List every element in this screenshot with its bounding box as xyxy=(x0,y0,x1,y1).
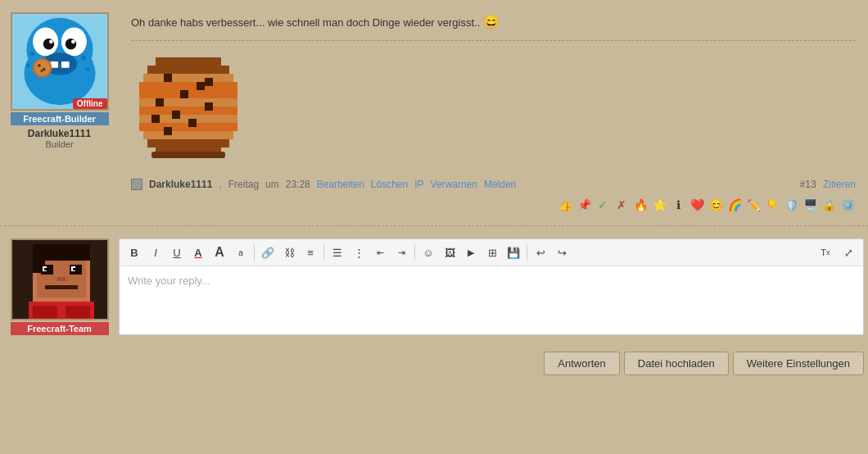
toolbar-indent[interactable]: ⇥ xyxy=(391,243,411,262)
post-number: #13 Zitieren xyxy=(800,179,856,190)
ip-link[interactable]: IP xyxy=(414,179,423,190)
offline-badge: Offline xyxy=(73,98,107,109)
svg-point-20 xyxy=(81,55,86,60)
svg-rect-44 xyxy=(151,115,160,123)
toolbar-sep-2 xyxy=(323,244,324,261)
post-separator xyxy=(131,40,856,41)
toolbar-underline[interactable]: U xyxy=(167,243,187,262)
svg-point-15 xyxy=(34,60,50,75)
toolbar-outdent[interactable]: ⇤ xyxy=(370,243,390,262)
svg-rect-32 xyxy=(143,131,233,139)
svg-rect-28 xyxy=(139,98,237,107)
svg-rect-25 xyxy=(143,74,233,82)
post-icon xyxy=(131,179,142,190)
reply-avatar-wrapper xyxy=(11,238,109,320)
toolbar-video[interactable]: ▶ xyxy=(461,243,481,262)
svg-rect-29 xyxy=(139,107,237,115)
warn-link[interactable]: Verwarnen xyxy=(431,179,477,190)
reaction-fire[interactable]: 🔥 xyxy=(632,197,649,213)
reaction-icons-row: 👍 📌 ✓ ✗ 🔥 ⭐ ℹ ❤️ 😊 🌈 ✏️ 👇 🛡️ 🖥️ 🔒 ⚙️ xyxy=(131,197,856,213)
user-role-bar: Freecraft-Builder xyxy=(11,112,109,125)
reaction-monitor[interactable]: 🖥️ xyxy=(802,197,818,213)
toolbar-save[interactable]: 💾 xyxy=(504,243,523,262)
toolbar-undo[interactable]: ↩ xyxy=(531,243,550,262)
svg-rect-61 xyxy=(66,306,90,318)
toolbar-bold[interactable]: B xyxy=(124,243,144,262)
report-link[interactable]: Melden xyxy=(484,179,516,190)
settings-button[interactable]: Weitere Einstellungen xyxy=(733,352,864,375)
reply-editor[interactable]: B I U A A a 🔗 ⛓ ≡ ☰ ⋮ ⇤ ⇥ xyxy=(119,238,864,335)
reaction-pencil[interactable]: ✏️ xyxy=(745,197,762,213)
svg-rect-58 xyxy=(45,285,78,289)
svg-rect-37 xyxy=(180,90,188,98)
toolbar-font-color[interactable]: A xyxy=(188,243,208,262)
post-text: Oh danke habs verbessert... wie schnell … xyxy=(131,12,856,32)
toolbar-link[interactable]: 🔗 xyxy=(258,243,278,262)
toolbar-sep-3 xyxy=(414,244,415,261)
edit-link[interactable]: Bearbeiten xyxy=(317,179,364,190)
toolbar-unlink[interactable]: ⛓ xyxy=(279,243,299,262)
post-meta-day-label: Freitag xyxy=(228,179,259,190)
reaction-lock[interactable]: 🔒 xyxy=(821,197,837,213)
post-meta-day: , xyxy=(219,179,221,190)
svg-point-16 xyxy=(37,64,40,67)
avatar-image xyxy=(11,12,109,111)
toolbar-format-clear[interactable]: Tx xyxy=(814,243,837,262)
post-meta-time-label: um xyxy=(265,179,279,190)
avatar-wrapper: Offline xyxy=(11,12,109,111)
svg-point-10 xyxy=(71,39,75,43)
reply-button[interactable]: Antworten xyxy=(544,352,620,375)
reaction-x[interactable]: ✗ xyxy=(613,197,630,213)
post-emoji: 😄 xyxy=(483,12,500,32)
quote-link[interactable]: Zitieren xyxy=(823,179,856,190)
editor-toolbar: B I U A A a 🔗 ⛓ ≡ ☰ ⋮ ⇤ ⇥ xyxy=(120,239,863,266)
editor-placeholder: Write your reply... xyxy=(128,275,210,287)
svg-point-17 xyxy=(42,68,45,71)
svg-rect-24 xyxy=(147,66,229,74)
toolbar-align[interactable]: ≡ xyxy=(301,243,320,262)
svg-rect-55 xyxy=(44,268,47,270)
reaction-thumbsup[interactable]: 👍 xyxy=(557,197,573,213)
reply-avatar-image xyxy=(12,240,109,320)
toolbar-list-ol[interactable]: ⋮ xyxy=(349,243,368,262)
svg-rect-43 xyxy=(205,78,213,86)
cookie-pixel-art xyxy=(131,49,246,164)
reaction-rainbow[interactable]: 🌈 xyxy=(726,197,743,213)
toolbar-emoji[interactable]: ☺ xyxy=(418,243,438,262)
reaction-star[interactable]: ⭐ xyxy=(651,197,667,213)
svg-rect-41 xyxy=(188,119,197,127)
toolbar-font-size-large[interactable]: A xyxy=(210,243,229,262)
reaction-gear[interactable]: ⚙️ xyxy=(839,197,856,213)
svg-point-21 xyxy=(25,63,29,67)
toolbar-image[interactable]: 🖼 xyxy=(440,243,459,262)
svg-rect-13 xyxy=(61,61,69,68)
reply-section: Freecraft-Team B I U A A a 🔗 ⛓ ≡ ☰ xyxy=(0,226,868,347)
svg-rect-38 xyxy=(156,98,164,107)
post-meta-row: Darkluke1111 , Freitag um 23:28 Bearbeit… xyxy=(131,179,856,190)
toolbar-italic[interactable]: I xyxy=(146,243,165,262)
reaction-info[interactable]: ℹ xyxy=(670,197,686,213)
svg-point-18 xyxy=(40,70,43,72)
reaction-pin[interactable]: 📌 xyxy=(576,197,592,213)
svg-rect-56 xyxy=(73,268,75,270)
upload-button[interactable]: Datei hochladen xyxy=(624,352,729,375)
post-section: Offline Freecraft-Builder Darkluke1111 B… xyxy=(0,0,868,226)
reaction-down[interactable]: 👇 xyxy=(764,197,780,213)
reaction-smile2[interactable]: 😊 xyxy=(708,197,724,213)
svg-rect-42 xyxy=(164,127,172,135)
post-user-title: Builder xyxy=(45,139,73,149)
post-content-area: Oh danke habs verbessert... wie schnell … xyxy=(119,8,868,217)
editor-body[interactable]: Write your reply... xyxy=(120,266,863,332)
toolbar-table[interactable]: ⊞ xyxy=(482,243,502,262)
toolbar-redo[interactable]: ↪ xyxy=(552,243,572,262)
reply-user-sidebar: Freecraft-Team xyxy=(0,234,119,339)
reaction-shield[interactable]: 🛡️ xyxy=(783,197,799,213)
reaction-check[interactable]: ✓ xyxy=(594,197,611,213)
reaction-heart[interactable]: ❤️ xyxy=(689,197,705,213)
toolbar-font-size-small[interactable]: a xyxy=(231,243,251,262)
toolbar-list-ul[interactable]: ☰ xyxy=(328,243,347,262)
delete-link[interactable]: Löschen xyxy=(371,179,408,190)
svg-point-8 xyxy=(65,39,76,50)
toolbar-fullscreen[interactable]: ⤢ xyxy=(839,243,858,262)
bottom-action-bar: Antworten Datei hochladen Weitere Einste… xyxy=(0,347,868,379)
